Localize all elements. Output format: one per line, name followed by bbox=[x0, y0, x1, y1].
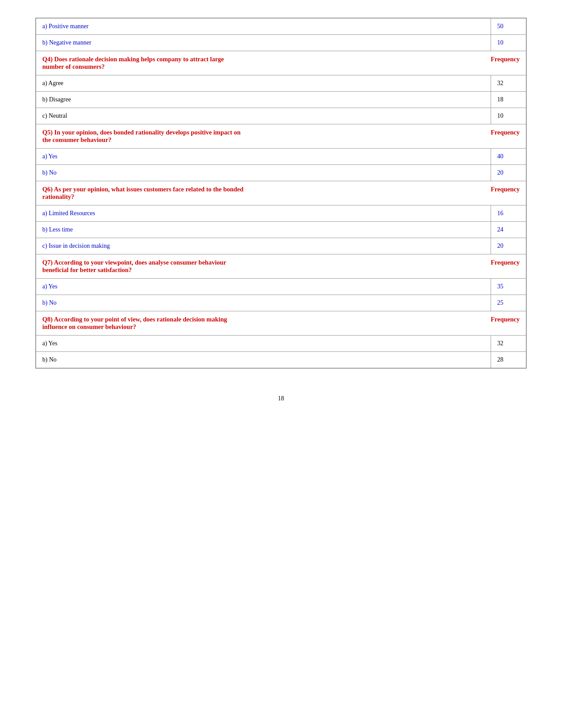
answer-frequency: 35 bbox=[491, 279, 526, 295]
answer-row: b) No20 bbox=[36, 165, 526, 181]
answer-label: c) Issue in decision making bbox=[36, 238, 491, 254]
answer-label: b) No bbox=[36, 165, 491, 181]
answer-row: a) Positive manner50 bbox=[36, 19, 526, 35]
answer-row: b) Negative manner10 bbox=[36, 35, 526, 51]
answer-row: b) Disagree18 bbox=[36, 92, 526, 108]
answer-frequency: 20 bbox=[491, 165, 526, 181]
answer-row: c) Neutral10 bbox=[36, 108, 526, 124]
answer-row: b) No28 bbox=[36, 352, 526, 368]
question-row: Q6) As per your opinion, what issues cus… bbox=[36, 181, 526, 205]
question-cell: Q6) As per your opinion, what issues cus… bbox=[36, 181, 526, 205]
answer-frequency: 40 bbox=[491, 149, 526, 165]
answer-frequency: 25 bbox=[491, 295, 526, 311]
answer-label: a) Yes bbox=[36, 279, 491, 295]
answer-label: b) Disagree bbox=[36, 92, 491, 108]
frequency-header: Frequency bbox=[491, 186, 520, 193]
question-row: Q4) Does rationale decision making helps… bbox=[36, 51, 526, 75]
answer-row: a) Limited Resources16 bbox=[36, 205, 526, 222]
frequency-header: Frequency bbox=[491, 129, 520, 136]
answer-row: a) Agree32 bbox=[36, 75, 526, 92]
answer-label: a) Yes bbox=[36, 149, 491, 165]
answer-frequency: 10 bbox=[491, 35, 526, 51]
question-row: Q5) In your opinion, does bonded rationa… bbox=[36, 124, 526, 149]
answer-frequency: 18 bbox=[491, 92, 526, 108]
answer-label: a) Positive manner bbox=[36, 19, 491, 35]
frequency-header: Frequency bbox=[491, 56, 520, 63]
page-number: 18 bbox=[35, 395, 527, 402]
question-cell: Q7) According to your viewpoint, does an… bbox=[36, 254, 526, 279]
question-cell: Q8) According to your point of view, doe… bbox=[36, 311, 526, 336]
main-table: a) Positive manner50b) Negative manner10… bbox=[35, 18, 527, 369]
answer-row: a) Yes35 bbox=[36, 279, 526, 295]
answer-label: b) Less time bbox=[36, 222, 491, 238]
question-row: Q7) According to your viewpoint, does an… bbox=[36, 254, 526, 279]
question-row: Q8) According to your point of view, doe… bbox=[36, 311, 526, 336]
answer-frequency: 16 bbox=[491, 205, 526, 222]
answer-row: c) Issue in decision making20 bbox=[36, 238, 526, 254]
answer-row: a) Yes32 bbox=[36, 336, 526, 352]
answer-row: a) Yes40 bbox=[36, 149, 526, 165]
answer-label: c) Neutral bbox=[36, 108, 491, 124]
answer-row: b) Less time24 bbox=[36, 222, 526, 238]
answer-frequency: 32 bbox=[491, 336, 526, 352]
answer-frequency: 10 bbox=[491, 108, 526, 124]
question-cell: Q5) In your opinion, does bonded rationa… bbox=[36, 124, 526, 149]
answer-frequency: 50 bbox=[491, 19, 526, 35]
answer-label: a) Agree bbox=[36, 75, 491, 92]
answer-label: a) Limited Resources bbox=[36, 205, 491, 222]
answer-frequency: 24 bbox=[491, 222, 526, 238]
answer-label: b) No bbox=[36, 295, 491, 311]
answer-row: b) No25 bbox=[36, 295, 526, 311]
answer-label: b) Negative manner bbox=[36, 35, 491, 51]
answer-label: a) Yes bbox=[36, 336, 491, 352]
frequency-header: Frequency bbox=[491, 316, 520, 323]
answer-label: b) No bbox=[36, 352, 491, 368]
answer-frequency: 28 bbox=[491, 352, 526, 368]
answer-frequency: 20 bbox=[491, 238, 526, 254]
frequency-header: Frequency bbox=[491, 259, 520, 266]
question-cell: Q4) Does rationale decision making helps… bbox=[36, 51, 526, 75]
answer-frequency: 32 bbox=[491, 75, 526, 92]
